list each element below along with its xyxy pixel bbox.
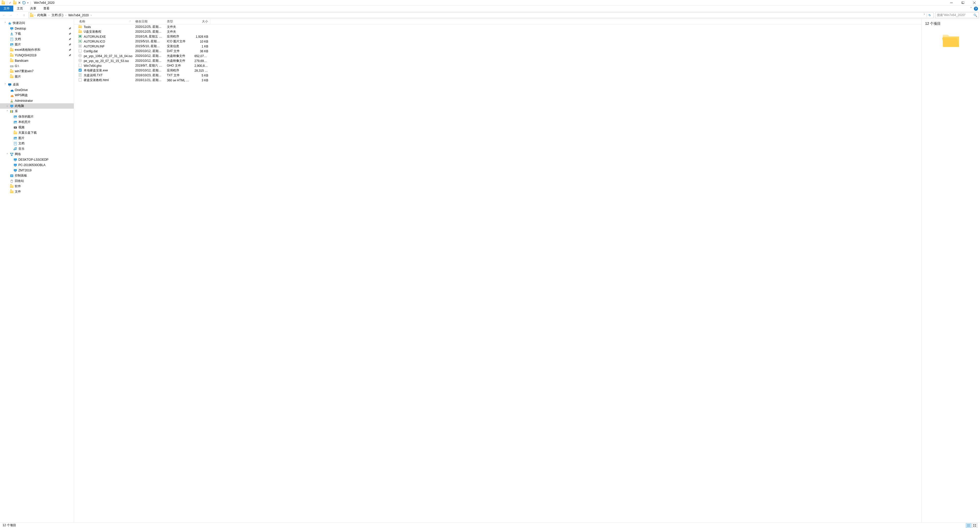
maximize-button[interactable]	[957, 0, 969, 6]
nav-forward-button[interactable]: →	[8, 12, 14, 18]
column-size[interactable]: 大小	[192, 19, 210, 24]
svg-rect-22	[11, 110, 12, 113]
chevron-right-icon[interactable]: ›	[90, 14, 92, 17]
qat-delete-icon[interactable]: ✕	[18, 1, 21, 5]
svg-rect-35	[10, 153, 11, 154]
file-row[interactable]: Config.dat2020/10/12, 星期一 1...DAT 文件36 K…	[74, 49, 921, 54]
status-bar: 12 个项目	[0, 522, 980, 528]
nav-item[interactable]: ˅快速访问	[0, 21, 74, 26]
file-row[interactable]: AUTORUN.ICO2015/5/10, 星期日 02...ICO 图片文件1…	[74, 39, 921, 44]
tab-share[interactable]: 共享	[27, 6, 40, 11]
view-icons-button[interactable]	[972, 523, 977, 528]
qat-dropdown-icon[interactable]: ▾	[27, 2, 29, 4]
svg-rect-44	[10, 174, 13, 177]
nav-item-label: PC-20190530OBLA	[18, 163, 45, 167]
column-date[interactable]: 修改日期	[133, 19, 165, 24]
svg-rect-39	[14, 161, 16, 161]
tab-home[interactable]: 主页	[13, 6, 27, 11]
drive-icon	[10, 64, 14, 68]
breadcrumb-dropdown-icon[interactable]: ˅	[923, 14, 926, 17]
nav-back-button[interactable]: ←	[1, 12, 7, 18]
nav-item[interactable]: Bandicam	[0, 58, 74, 63]
nav-item[interactable]: ˅库	[0, 109, 74, 114]
nav-item[interactable]: 控制面板	[0, 173, 74, 178]
nav-item[interactable]: 回收站	[0, 178, 74, 184]
nav-item[interactable]: 图片	[0, 135, 74, 141]
nav-item[interactable]: 图片	[0, 74, 74, 79]
chevron-right-icon[interactable]: ›	[48, 14, 50, 17]
computer-icon	[13, 168, 18, 173]
nav-item[interactable]: OneDrive	[0, 87, 74, 93]
nav-item[interactable]: Administrator	[0, 98, 74, 103]
file-row[interactable]: U盘安装教程2020/12/25, 星期五 1...文件夹	[74, 29, 921, 34]
nav-item[interactable]: win7重装win7	[0, 69, 74, 74]
column-name[interactable]: 名称˄	[74, 19, 133, 24]
file-row[interactable]: AUTORUN.INF2015/5/10, 星期日 02...安装信息1 KB	[74, 44, 921, 49]
file-row[interactable]: pe_yqs_xp_20_07_31_15_53.iso2020/10/12, …	[74, 59, 921, 63]
nav-item[interactable]: ZMT2019	[0, 168, 74, 173]
nav-item[interactable]: DESKTOP-LSSOEDP	[0, 157, 74, 162]
nav-item[interactable]: excel表格制作求和📌	[0, 47, 74, 52]
nav-item[interactable]: 文档📌	[0, 36, 74, 42]
file-row[interactable]: 硬盘安装教程.html2016/11/21, 星期一 2...360 se HT…	[74, 78, 921, 82]
nav-item-label: 视频	[18, 125, 24, 130]
chevron-right-icon[interactable]: ›	[6, 105, 9, 107]
breadcrumb-item-0[interactable]: 此电脑	[36, 13, 48, 17]
file-rows[interactable]: Tools2020/12/25, 星期五 1...文件夹U盘安装教程2020/1…	[74, 24, 921, 522]
nav-item[interactable]: Desktop📌	[0, 26, 74, 31]
chevron-down-icon[interactable]: ˅	[3, 22, 6, 24]
navigation-tree[interactable]: ˅快速访问Desktop📌下载📌文档📌图片📌excel表格制作求和📌YUNQIS…	[0, 19, 74, 522]
file-row[interactable]: Tools2020/12/25, 星期五 1...文件夹	[74, 24, 921, 29]
nav-item[interactable]: YUNQISHI2019📌	[0, 52, 74, 58]
nav-item[interactable]: 音乐	[0, 146, 74, 152]
nav-item[interactable]: ˅桌面	[0, 82, 74, 87]
nav-item[interactable]: 下载📌	[0, 31, 74, 36]
view-details-button[interactable]	[966, 523, 971, 528]
tab-file[interactable]: 文件	[0, 6, 13, 11]
ribbon-expand-icon[interactable]: ˅	[970, 7, 972, 11]
nav-item[interactable]: ˅网络	[0, 152, 74, 157]
minimize-button[interactable]	[945, 0, 957, 6]
file-row[interactable]: AUTORUN.EXE2016/1/8, 星期五 04:...应用程序1,926…	[74, 34, 921, 39]
file-row[interactable]: pe_yqs_1064_20_07_31_16_04.iso2020/10/12…	[74, 54, 921, 59]
folder-icon	[10, 190, 14, 194]
qat-newfolder-icon[interactable]	[13, 1, 17, 4]
nav-item[interactable]: 软件	[0, 184, 74, 189]
nav-item[interactable]: 天翼云盘下载	[0, 130, 74, 135]
refresh-button[interactable]: ↻	[927, 14, 932, 17]
file-row[interactable]: 本地硬盘安装.exe2020/10/12, 星期一 1...应用程序28,315…	[74, 68, 921, 73]
help-button[interactable]: ?	[974, 6, 978, 11]
nav-item[interactable]: 图片📌	[0, 42, 74, 47]
nav-item[interactable]: WPS网盘	[0, 93, 74, 98]
nav-item[interactable]: 本机照片	[0, 119, 74, 125]
file-row[interactable]: Win7x64.gho2019/9/7, 星期六 19:...GHO 文件2,9…	[74, 63, 921, 68]
breadcrumb-item-2[interactable]: Win7x64_2020	[67, 14, 90, 17]
chevron-down-icon[interactable]: ˅	[6, 110, 9, 113]
nav-item-label: Administrator	[15, 99, 33, 103]
file-date: 2016/11/21, 星期一 2...	[133, 78, 165, 82]
nav-item[interactable]: 视频	[0, 125, 74, 130]
nav-item[interactable]: ›此电脑	[0, 103, 74, 109]
breadcrumb-item-1[interactable]: 文档 (E:)	[51, 13, 65, 17]
qat-properties-icon[interactable]: ✓	[9, 1, 11, 5]
nav-item[interactable]: 保存的图片	[0, 114, 74, 119]
search-input[interactable]: 搜索"Win7x64_2020" 🔍	[935, 12, 979, 18]
nav-history-dropdown[interactable]: ˅	[14, 12, 21, 18]
nav-up-button[interactable]: ↑	[21, 12, 27, 18]
file-name-cell: pe_yqs_1064_20_07_31_16_04.iso	[74, 54, 133, 58]
nav-item-label: 本机照片	[18, 120, 30, 124]
chevron-right-icon[interactable]: ›	[65, 14, 67, 17]
breadcrumb[interactable]: › 此电脑 › 文档 (E:) › Win7x64_2020 › ˅ ↻	[29, 12, 934, 18]
nav-item[interactable]: 文件	[0, 189, 74, 194]
nav-item[interactable]: PC-20190530OBLA	[0, 162, 74, 168]
qat-undo-icon[interactable]	[22, 1, 26, 5]
nav-item[interactable]: 文档	[0, 141, 74, 146]
column-type[interactable]: 类型	[165, 19, 192, 24]
close-button[interactable]	[969, 0, 980, 6]
chevron-right-icon[interactable]: ›	[34, 14, 36, 17]
nav-item[interactable]: G:\	[0, 63, 74, 69]
tab-view[interactable]: 查看	[40, 6, 53, 11]
chevron-down-icon[interactable]: ˅	[6, 153, 9, 155]
file-row[interactable]: 光盘说明.TXT2016/10/23, 星期日 0...TXT 文件5 KB	[74, 73, 921, 78]
chevron-down-icon[interactable]: ˅	[3, 83, 6, 86]
